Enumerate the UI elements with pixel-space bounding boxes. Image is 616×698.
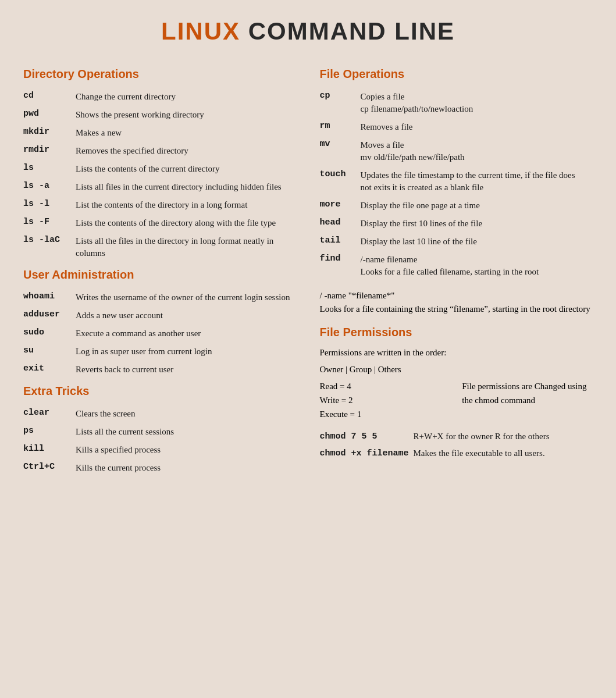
table-row: ls -lList the contents of the directory … [23,196,297,214]
permissions-block: Permissions are written in the order: Ow… [320,346,593,462]
permissions-row: Read = 4Write = 2Execute = 1 File permis… [320,379,593,421]
table-row: adduserAdds a new user account [23,307,297,325]
desc-cell: Updates the file timestamp to the curren… [361,166,593,197]
list-item: Read = 4 [320,379,451,393]
table-row: ls -FLists the contents of the directory… [23,214,297,232]
table-row: ls -laCLists all the files in the direct… [23,232,297,262]
table-row: cdChange the current directory [23,88,297,106]
title-rest: COMMAND LINE [240,17,455,45]
desc-cell: List the contents of the directory in a … [76,196,297,214]
list-item: Write = 2 [320,393,451,407]
table-row: find/-name filenameLooks for a file call… [320,251,593,281]
cmd-cell: ls -a [23,178,76,196]
table-row: mkdirMakes a new [23,124,297,142]
chmod-changed-text: File permissions are Changed using the c… [462,379,593,421]
cmd-cell: ls [23,160,76,178]
cmd-cell: more [320,197,361,215]
cmd-cell: ls -F [23,214,76,232]
table-row: lsLists the contents of the current dire… [23,160,297,178]
cmd-cell: find [320,251,361,281]
desc-cell: Lists all the current sessions [76,423,297,441]
directory-ops-heading: Directory Operations [23,67,297,81]
cmd-cell: rmdir [23,142,76,160]
permissions-order: Permissions are written in the order: [320,346,593,359]
right-column: File Operations cpCopies a filecp filena… [320,63,593,483]
cmd-cell: pwd [23,106,76,124]
table-row: Ctrl+CKills the current process [23,459,297,477]
desc-cell: Lists all files in the current directory… [76,178,297,196]
desc-cell: Clears the screen [76,405,297,423]
user-admin-heading: User Administration [23,268,297,282]
desc-cell: Lists the contents of the directory alon… [76,214,297,232]
left-column: Directory Operations cdChange the curren… [23,63,297,483]
table-row: psLists all the current sessions [23,423,297,441]
page-title: LINUX COMMAND LINE [23,17,593,45]
cmd-cell: su [23,343,76,361]
table-row: mvMoves a filemv old/file/path new/file/… [320,136,593,166]
permissions-values: Read = 4Write = 2Execute = 1 [320,379,451,421]
owner-group: Owner | Group | Others [320,363,593,376]
cmd-cell: exit [23,361,76,379]
table-row: killKills a specified process [23,441,297,459]
title-linux: LINUX [161,17,240,45]
desc-cell: Change the current directory [76,88,297,106]
desc-cell: Removes a file [361,118,593,136]
desc-cell: Kills the current process [76,459,297,477]
table-row: pwdShows the present working directory [23,106,297,124]
table-row: chmod +x filenameMakes the file executab… [320,445,593,462]
cmd-cell: whoami [23,289,76,307]
table-row: suLog in as super user from current logi… [23,343,297,361]
cmd-cell: head [320,215,361,233]
desc-cell: Reverts back to current user [76,361,297,379]
desc-cell: Display the file one page at a time [361,197,593,215]
desc-cell: Moves a filemv old/file/path new/file/pa… [361,136,593,166]
table-row: clearClears the screen [23,405,297,423]
table-row: rmRemoves a file [320,118,593,136]
file-perms-heading: File Permissions [320,326,593,339]
desc-cell: Adds a new user account [76,307,297,325]
cmd-cell: mkdir [23,124,76,142]
table-row: sudoExecute a command as another user [23,325,297,343]
table-row: whoamiWrites the username of the owner o… [23,289,297,307]
desc-cell: Shows the present working directory [76,106,297,124]
table-row: tailDisplay the last 10 line of the file [320,233,593,251]
table-row: cpCopies a filecp filename/path/to/newlo… [320,88,593,118]
table-row: headDisplay the first 10 lines of the fi… [320,215,593,233]
table-row: chmod 7 5 5R+W+X for the owner R for the… [320,428,593,445]
desc-cell: Execute a command as another user [76,325,297,343]
user-admin-table: whoamiWrites the username of the owner o… [23,289,297,379]
file-ops-heading: File Operations [320,67,593,81]
desc-cell: /-name filenameLooks for a file called f… [361,251,593,281]
cmd-cell: rm [320,118,361,136]
cmd-cell: cd [23,88,76,106]
desc-cell: Kills a specified process [76,441,297,459]
desc-cell: Lists the contents of the current direct… [76,160,297,178]
cmd-cell: mv [320,136,361,166]
directory-ops-table: cdChange the current directorypwdShows t… [23,88,297,262]
cmd-cell: ps [23,423,76,441]
table-row: touchUpdates the file timestamp to the c… [320,166,593,197]
cmd-cell: clear [23,405,76,423]
cmd-cell: tail [320,233,361,251]
desc-cell: Makes the file executable to all users. [414,445,593,462]
cmd-cell: Ctrl+C [23,459,76,477]
cmd-cell: cp [320,88,361,118]
desc-cell: Log in as super user from current login [76,343,297,361]
chmod-table: chmod 7 5 5R+W+X for the owner R for the… [320,428,593,462]
cmd-cell: adduser [23,307,76,325]
cmd-cell: kill [23,441,76,459]
desc-cell: Removes the specified directory [76,142,297,160]
find-extra: / -name "*filename*"Looks for a file con… [320,287,593,321]
desc-cell: Copies a filecp filename/path/to/newloac… [361,88,593,118]
cmd-cell: ls -laC [23,232,76,262]
table-row: rmdirRemoves the specified directory [23,142,297,160]
desc-cell: Display the last 10 line of the file [361,233,593,251]
table-row: ls -aLists all files in the current dire… [23,178,297,196]
desc-cell: Display the first 10 lines of the file [361,215,593,233]
desc-cell: R+W+X for the owner R for the others [414,428,593,445]
table-row: moreDisplay the file one page at a time [320,197,593,215]
extra-tricks-table: clearClears the screenpsLists all the cu… [23,405,297,477]
file-ops-table: cpCopies a filecp filename/path/to/newlo… [320,88,593,281]
desc-cell: Lists all the files in the directory in … [76,232,297,262]
desc-cell: Writes the username of the owner of the … [76,289,297,307]
